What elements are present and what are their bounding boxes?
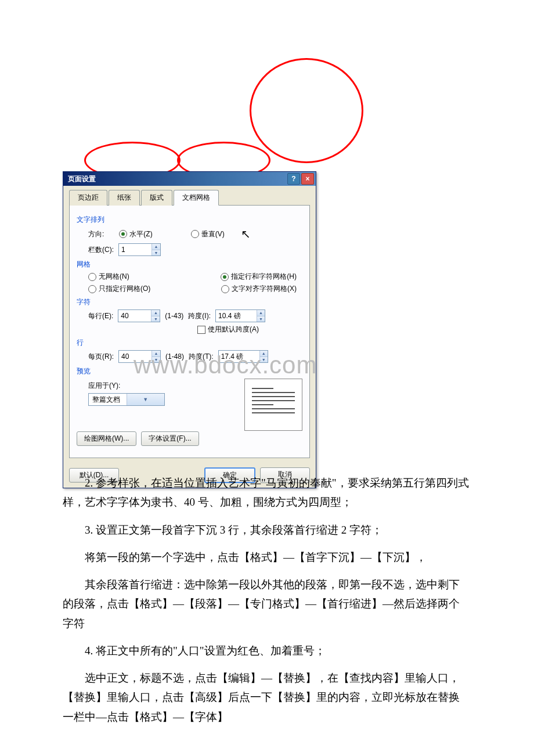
radio-row-only[interactable]: 只指定行网格(O) bbox=[88, 284, 150, 294]
section-lines: 行 bbox=[77, 338, 302, 348]
page-setup-dialog: 页面设置 ? × 页边距 纸张 版式 文档网格 文字排列 方向: bbox=[63, 171, 316, 488]
dropdown-icon[interactable]: ▼ bbox=[127, 394, 165, 405]
spin-down-icon[interactable]: ▼ bbox=[152, 250, 160, 256]
radio-no-grid[interactable]: 无网格(N) bbox=[88, 272, 129, 282]
radio-horizontal[interactable]: 水平(Z) bbox=[119, 229, 152, 239]
apply-to-label: 应用于(Y): bbox=[88, 381, 120, 391]
radio-vertical-label: 垂直(V) bbox=[201, 229, 225, 239]
preview-thumbnail bbox=[244, 379, 302, 431]
checkbox-default-span-label: 使用默认跨度(A) bbox=[208, 325, 259, 334]
tab-margins[interactable]: 页边距 bbox=[69, 190, 107, 206]
font-settings-button[interactable]: 字体设置(F)... bbox=[141, 431, 199, 446]
spin-up-icon[interactable]: ▲ bbox=[152, 351, 160, 357]
line-span-label: 跨度(T): bbox=[189, 352, 214, 362]
spin-down-icon[interactable]: ▼ bbox=[260, 357, 268, 363]
line-span-input[interactable] bbox=[219, 351, 259, 362]
section-preview: 预览 bbox=[77, 366, 302, 376]
radio-icon bbox=[88, 285, 96, 293]
spin-up-icon[interactable]: ▲ bbox=[260, 351, 268, 357]
line-span-spinner[interactable]: ▲▼ bbox=[218, 350, 268, 363]
section-characters: 字符 bbox=[77, 297, 302, 307]
radio-row-char-grid[interactable]: 指定行和字符网格(H) bbox=[221, 272, 297, 282]
document-body-text: 2. 参考样张，在适当位置插入艺术字"马寅初的奉献"，要求采纳第五行第四列式样，… bbox=[63, 467, 469, 735]
radio-align-grid[interactable]: 文字对齐字符网格(X) bbox=[221, 284, 297, 294]
radio-horizontal-label: 水平(Z) bbox=[129, 229, 152, 239]
close-button[interactable]: × bbox=[301, 173, 314, 185]
columns-input[interactable] bbox=[119, 244, 151, 255]
radio-icon bbox=[119, 230, 127, 238]
tab-document-grid[interactable]: 文档网格 bbox=[174, 190, 219, 206]
checkbox-default-span[interactable]: 使用默认跨度(A) bbox=[197, 325, 259, 334]
radio-icon bbox=[191, 230, 199, 238]
apply-to-value: 整篇文档 bbox=[89, 394, 127, 405]
tab-panel-document-grid: 文字排列 方向: 水平(Z) 垂直(V) ↖ bbox=[69, 205, 310, 458]
spin-down-icon[interactable]: ▼ bbox=[152, 357, 160, 363]
char-span-input[interactable] bbox=[216, 310, 257, 322]
paragraph-4a: 选中正文，标题不选，点击【编辑】—【替换】，在【查找内容】里输人口，【替换】里输… bbox=[63, 668, 469, 726]
per-line-label: 每行(E): bbox=[88, 311, 113, 321]
section-text-layout: 文字排列 bbox=[77, 215, 302, 225]
tab-strip: 页边距 纸张 版式 文档网格 bbox=[69, 189, 310, 205]
apply-to-combo[interactable]: 整篇文档 ▼ bbox=[88, 393, 165, 406]
radio-icon bbox=[88, 273, 96, 281]
cursor-arrow-icon: ↖ bbox=[241, 227, 251, 241]
per-line-input[interactable] bbox=[118, 310, 151, 322]
radio-no-grid-label: 无网格(N) bbox=[99, 272, 129, 282]
spin-up-icon[interactable]: ▲ bbox=[257, 310, 265, 316]
dialog-title: 页面设置 bbox=[68, 174, 96, 184]
radio-align-grid-label: 文字对齐字符网格(X) bbox=[232, 284, 297, 294]
drawing-grid-button[interactable]: 绘图网格(W)... bbox=[77, 431, 136, 446]
char-span-spinner[interactable]: ▲▼ bbox=[215, 309, 265, 322]
help-button[interactable]: ? bbox=[287, 173, 300, 185]
char-span-label: 跨度(I): bbox=[188, 311, 211, 321]
columns-label: 栏数(C): bbox=[88, 245, 114, 255]
spin-down-icon[interactable]: ▼ bbox=[257, 316, 265, 322]
tab-layout[interactable]: 版式 bbox=[141, 190, 172, 206]
columns-spinner[interactable]: ▲▼ bbox=[118, 243, 161, 256]
checkbox-icon bbox=[197, 326, 205, 334]
tab-paper[interactable]: 纸张 bbox=[109, 190, 140, 206]
per-page-input[interactable] bbox=[119, 351, 151, 362]
radio-row-only-label: 只指定行网格(O) bbox=[99, 284, 150, 294]
paragraph-2: 2. 参考样张，在适当位置插入艺术字"马寅初的奉献"，要求采纳第五行第四列式样，… bbox=[63, 473, 469, 512]
direction-label: 方向: bbox=[88, 229, 104, 239]
radio-vertical[interactable]: 垂直(V) bbox=[191, 229, 225, 239]
radio-row-char-grid-label: 指定行和字符网格(H) bbox=[231, 272, 297, 282]
radio-icon bbox=[221, 285, 229, 293]
paragraph-3a: 将第一段的第一个字选中，点击【格式】—【首字下沉】—【下沉】， bbox=[63, 548, 469, 567]
annotation-circle-large bbox=[250, 58, 363, 163]
per-line-range: (1-43) bbox=[165, 312, 183, 320]
per-line-spinner[interactable]: ▲▼ bbox=[118, 309, 160, 322]
paragraph-4: 4. 将正文中所有的"人口"设置为红色、加着重号； bbox=[63, 641, 469, 660]
spin-down-icon[interactable]: ▼ bbox=[151, 316, 160, 322]
per-page-range: (1-48) bbox=[165, 352, 184, 361]
radio-icon bbox=[221, 273, 229, 281]
spin-up-icon[interactable]: ▲ bbox=[152, 244, 160, 250]
paragraph-3: 3. 设置正文第一段首字下沉 3 行，其余段落首行缩进 2 字符； bbox=[63, 520, 469, 539]
dialog-titlebar[interactable]: 页面设置 ? × bbox=[63, 172, 316, 186]
per-page-spinner[interactable]: ▲▼ bbox=[118, 350, 161, 363]
section-grid: 网格 bbox=[77, 260, 302, 269]
per-page-label: 每页(R): bbox=[88, 352, 114, 362]
spin-up-icon[interactable]: ▲ bbox=[151, 310, 160, 316]
paragraph-3b: 其余段落首行缩进：选中除第一段以外其他的段落，即第一段不选，选中剩下的段落，点击… bbox=[63, 575, 469, 633]
